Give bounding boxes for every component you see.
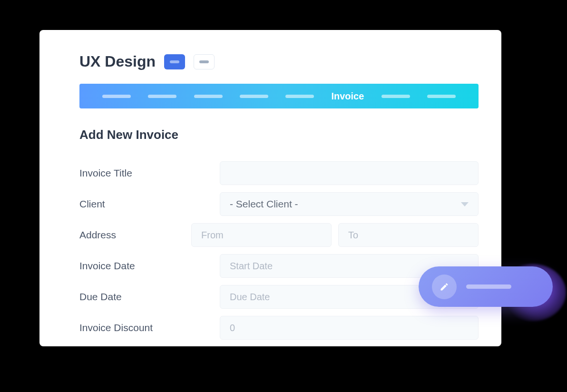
fab-label-placeholder <box>466 284 511 289</box>
chip-dash-icon <box>199 60 209 63</box>
page-title: UX Design <box>79 53 156 70</box>
tab-placeholder[interactable] <box>102 95 131 98</box>
row-discount: Invoice Discount <box>79 316 479 340</box>
row-address: Address <box>79 223 479 247</box>
label-client: Client <box>79 198 220 210</box>
tab-placeholder[interactable] <box>427 95 456 98</box>
row-invoice-title: Invoice Title <box>79 161 479 185</box>
label-invoice-date: Invoice Date <box>79 260 220 272</box>
label-discount: Invoice Discount <box>79 322 220 333</box>
select-client-placeholder: - Select Client - <box>230 198 298 210</box>
input-discount[interactable] <box>220 316 479 340</box>
row-invoice-date: Invoice Date <box>79 254 479 278</box>
input-address-from[interactable] <box>191 223 332 247</box>
label-due-date: Due Date <box>79 291 220 303</box>
tab-placeholder[interactable] <box>148 95 176 98</box>
view-chip-secondary[interactable] <box>194 54 215 69</box>
invoice-form: Invoice Title Client - Select Client - A… <box>79 161 479 340</box>
tab-placeholder[interactable] <box>285 95 314 98</box>
label-invoice-title: Invoice Title <box>79 167 220 179</box>
pencil-icon <box>440 282 449 292</box>
section-title: Add New Invoice <box>79 127 479 142</box>
tab-placeholder[interactable] <box>381 95 410 98</box>
select-client[interactable]: - Select Client - <box>220 192 479 216</box>
tab-placeholder[interactable] <box>194 95 223 98</box>
chevron-down-icon <box>461 202 469 206</box>
header-row: UX Design <box>79 53 479 70</box>
view-chip-primary[interactable] <box>164 54 185 69</box>
tab-bar: Invoice <box>79 84 479 108</box>
chip-dash-icon <box>170 60 179 63</box>
input-invoice-title[interactable] <box>220 161 479 185</box>
fab-icon-circle <box>432 274 457 299</box>
row-client: Client - Select Client - <box>79 192 479 216</box>
edit-fab[interactable] <box>419 266 553 307</box>
label-address: Address <box>79 229 191 241</box>
tab-invoice[interactable]: Invoice <box>331 91 364 102</box>
input-address-to[interactable] <box>338 223 479 247</box>
tab-placeholder[interactable] <box>240 95 268 98</box>
